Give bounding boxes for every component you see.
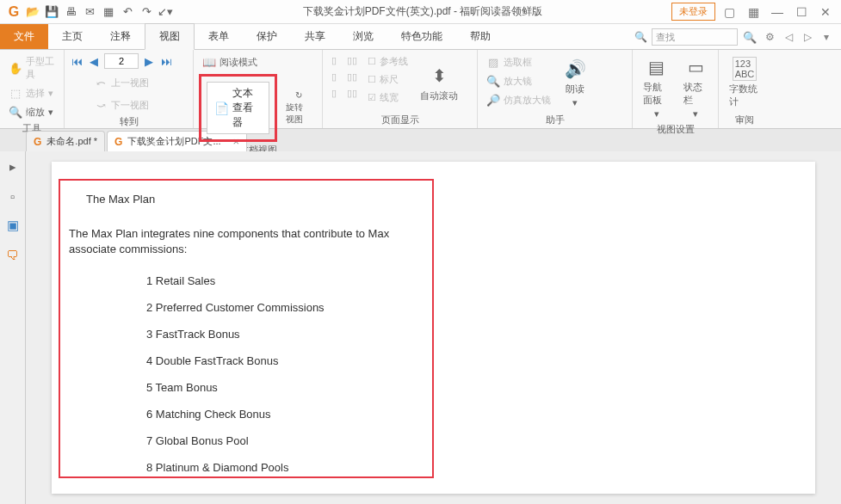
minimize-icon[interactable]: — — [767, 3, 788, 21]
list-item: 3 FastTrack Bonus — [69, 328, 424, 341]
ribbon-group-goto: ⏮ ◀ ▶ ⏭ ⤺上一视图 ⤻下一视图 转到 — [65, 50, 194, 128]
list-item: 4 Double FastTrack Bonus — [69, 354, 424, 367]
read-aloud-button[interactable]: 🔊 朗读▾ — [558, 53, 592, 112]
tab-form[interactable]: 表单 — [195, 24, 243, 49]
autoscroll-button[interactable]: ⬍ 自动滚动 — [415, 53, 463, 112]
maximize-icon[interactable]: ☐ — [791, 3, 812, 21]
last-page-icon[interactable]: ⏭ — [159, 54, 173, 68]
settings-icon[interactable]: ⚙ — [762, 31, 777, 43]
nav-panel-button[interactable]: ▤ 导航面板▾ — [638, 53, 675, 121]
layout6-icon[interactable]: ▯▯ — [343, 86, 361, 101]
gridline-button[interactable]: ☑线宽 — [364, 89, 411, 106]
ribbon-group-docview: 📖阅读模式 📄 文本查看器 ↻ 旋转视图 文档视图 — [194, 50, 323, 128]
document-tabs: G 未命名.pdf * G 下载奖金计划PDF文... × — [0, 129, 841, 151]
ribbon-group-tools: ✋手型工具 ⬚选择 ▾ 🔍缩放 ▾ 工具 — [0, 50, 65, 128]
sidebar: ▸ ▫ ▣ 🗨 — [0, 151, 26, 504]
zoom-button[interactable]: 🔍缩放 ▾ — [5, 103, 59, 120]
speaker-icon: 🔊 — [563, 57, 587, 81]
grid-icon[interactable]: ▦ — [743, 3, 764, 21]
first-page-icon[interactable]: ⏮ — [70, 54, 83, 68]
document-viewer[interactable]: The Max Plan The Max Plan integrates nin… — [26, 151, 841, 504]
layers-panel-icon[interactable]: ▣ — [4, 217, 22, 234]
quick-access-toolbar: G 📂 💾 🖶 ✉ ▦ ↶ ↷ ↙▾ — [0, 3, 174, 21]
email-icon[interactable]: ✉ — [81, 3, 98, 21]
select-button[interactable]: ⬚选择 ▾ — [5, 84, 59, 101]
magnifier-icon: 🔍 — [486, 74, 500, 88]
read-mode-button[interactable]: 📖阅读模式 — [199, 53, 317, 71]
comments-panel-icon[interactable]: 🗨 — [4, 246, 22, 263]
layout1-icon[interactable]: ▯ — [328, 53, 340, 68]
layout4-icon[interactable]: ▯▯ — [343, 53, 361, 68]
list-item: 5 Team Bonus — [69, 381, 424, 394]
title-right: 未登录 ▢ ▦ — ☐ ✕ — [671, 3, 841, 21]
tab-home[interactable]: 主页 — [48, 24, 96, 49]
redo-icon[interactable]: ↷ — [138, 3, 155, 21]
text-viewer-button[interactable]: 📄 文本查看器 — [207, 82, 269, 134]
pages-panel-icon[interactable]: ▫ — [4, 187, 22, 205]
open-icon[interactable]: 📂 — [24, 3, 41, 21]
tab-file[interactable]: 文件 — [0, 24, 48, 49]
app-logo-icon: G — [5, 3, 22, 21]
document-tab-1[interactable]: G 未命名.pdf * — [26, 131, 105, 151]
tab-view[interactable]: 视图 — [145, 23, 195, 50]
select-icon: ⬚ — [9, 86, 22, 100]
find-icon[interactable]: 🔍 — [633, 31, 648, 43]
title-bar: G 📂 💾 🖶 ✉ ▦ ↶ ↷ ↙▾ 下载奖金计划PDF文件(英文).pdf -… — [0, 0, 841, 24]
tab-browse[interactable]: 浏览 — [339, 24, 387, 49]
status-bar-icon: ▭ — [683, 55, 708, 79]
prev-page-icon[interactable]: ◀ — [87, 54, 101, 68]
nav-prev-icon[interactable]: ◁ — [781, 31, 796, 43]
ribbon: ✋手型工具 ⬚选择 ▾ 🔍缩放 ▾ 工具 ⏮ ◀ ▶ ⏭ ⤺上一视图 ⤻下一视图… — [0, 50, 841, 129]
doc-paragraph: The Max Plan integrates nine components … — [69, 226, 424, 257]
skin-icon[interactable]: ▢ — [719, 3, 739, 21]
prev-view-button[interactable]: ⤺上一视图 — [90, 74, 152, 91]
next-page-icon[interactable]: ▶ — [142, 54, 156, 68]
marquee-icon: ▨ — [486, 55, 500, 69]
toggle-icon[interactable]: ▦ — [100, 3, 117, 21]
rotate-view-button[interactable]: ↻ 旋转视图 — [281, 89, 317, 127]
page-number-input[interactable] — [104, 53, 139, 69]
tab-share[interactable]: 共享 — [291, 24, 339, 49]
tab-help[interactable]: 帮助 — [456, 24, 504, 49]
chevron-down-icon[interactable]: ▾ — [819, 31, 834, 43]
text-viewer-icon: 📄 — [214, 101, 229, 115]
wordcount-button[interactable]: 123ABC 字数统计 — [724, 53, 765, 112]
layout5-icon[interactable]: ▯▯ — [343, 70, 361, 84]
magnifier-button[interactable]: 🔍放大镜 — [483, 72, 554, 89]
nav-next-icon[interactable]: ▷ — [800, 31, 815, 43]
list-item: 8 Platinum & Diamond Pools — [69, 461, 424, 474]
status-bar-button[interactable]: ▭ 状态栏▾ — [678, 53, 713, 121]
tab-features[interactable]: 特色功能 — [387, 24, 456, 49]
rotate-icon: ↻ — [295, 90, 302, 100]
save-icon[interactable]: 💾 — [43, 3, 60, 21]
tab-protect[interactable]: 保护 — [243, 24, 291, 49]
tab-comment[interactable]: 注释 — [96, 24, 145, 49]
sidebar-expand-icon[interactable]: ▸ — [4, 158, 22, 175]
checkbox-icon: ☑ — [368, 92, 376, 103]
list-item: 1 Retail Sales — [69, 274, 424, 287]
ruler-button[interactable]: ☐标尺 — [364, 71, 411, 88]
checkbox-icon: ☐ — [368, 74, 376, 85]
pdf-icon: G — [114, 136, 122, 148]
loupe-button[interactable]: 🔎仿真放大镜 — [483, 91, 554, 108]
list-item: 2 Preferred Customer Commissions — [69, 301, 424, 314]
marquee-button[interactable]: ▨选取框 — [483, 53, 554, 71]
undo-icon[interactable]: ↶ — [119, 3, 136, 21]
ribbon-group-review: 123ABC 字数统计 审阅 — [719, 50, 770, 128]
close-icon[interactable]: ✕ — [815, 3, 836, 21]
next-view-button[interactable]: ⤻下一视图 — [90, 96, 152, 114]
pdf-icon: G — [34, 136, 41, 148]
wordcount-icon: 123ABC — [733, 57, 757, 81]
print-icon[interactable]: 🖶 — [62, 3, 79, 21]
layout3-icon[interactable]: ▯ — [328, 86, 340, 101]
ribbon-group-pagedisplay: ▯ ▯ ▯ ▯▯ ▯▯ ▯▯ ☐参考线 ☐标尺 ☑线宽 ⬍ 自动滚动 页面显示 — [323, 50, 478, 128]
search-button[interactable]: 🔍 — [741, 28, 758, 46]
list-item: 7 Global Bonus Pool — [69, 434, 424, 447]
hand-tool-button[interactable]: ✋手型工具 — [5, 53, 59, 83]
reference-button[interactable]: ☐参考线 — [364, 53, 411, 70]
ribbon-group-viewsettings: ▤ 导航面板▾ ▭ 状态栏▾ 视图设置 — [633, 50, 719, 128]
login-status[interactable]: 未登录 — [671, 3, 715, 21]
layout2-icon[interactable]: ▯ — [328, 70, 340, 84]
search-input[interactable]: 查找 — [652, 28, 738, 46]
cursor-dropdown-icon[interactable]: ↙▾ — [157, 3, 174, 21]
